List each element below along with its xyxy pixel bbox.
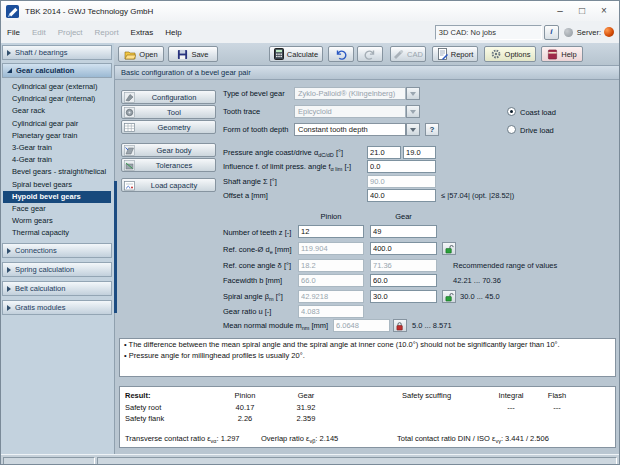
teeth-pinion-input[interactable] [298,225,364,238]
sidebar-item-spiral-bevel-gears[interactable]: Spiral bevel gears [3,179,111,191]
note-line-1: • The difference between the mean spiral… [120,339,615,350]
redo-button [357,46,383,62]
sidebar-item-gear-rack[interactable]: Gear rack [3,105,111,117]
pressure-angle-coast-input[interactable] [367,146,401,159]
ref-cone-angle-label: Ref. cone angle δ [°] [223,261,291,270]
sidebar-item-cylindrical-gear-external[interactable]: Cylindrical gear (external) [3,81,111,93]
integral-header: Integral [490,391,532,400]
help-button[interactable]: Help [541,46,583,62]
pressure-angle-subscript: dC/dD [318,152,334,158]
facewidth-gear-input[interactable] [370,274,437,287]
module-label-text: Mean normal module m [223,321,302,330]
open-lock-icon [445,244,454,254]
open-button[interactable]: Open [118,46,164,62]
ref-cone-angle-gear-input [370,259,437,272]
calculate-button[interactable]: Calculate [269,46,323,62]
pressure-angle-drive-input[interactable] [403,146,436,159]
options-button[interactable]: Options [484,46,536,62]
spiral-angle-unit: [°] [276,292,283,301]
influence-label-text: Influence f. of limit press. angle f [223,162,331,171]
sidebar-section-connections[interactable]: Connections [2,243,112,258]
menu-help[interactable]: Help [159,28,187,37]
undo-button[interactable] [328,46,354,62]
sidebar-item-cylindrical-gear-pair[interactable]: Cylindrical gear pair [3,118,111,130]
sidebar-section-gear-calculation[interactable]: Gear calculation [2,63,112,78]
report-button[interactable]: Report [432,46,478,62]
sidebar-section-gratis-modules[interactable]: Gratis modules [2,300,112,315]
transverse-label-text: Transverse contact ratio ε [125,434,211,443]
ref-cone-angle-pinion-input [298,259,364,272]
module-range-hint: 5.0 ... 8.571 [412,321,452,330]
sidebar-item-planetary-gear-train[interactable]: Planetary gear train [3,130,111,142]
save-button[interactable]: Save [168,46,218,62]
ref-cone-diameter-pinion-input [298,242,364,255]
tooth-depth-help-button[interactable]: ? [425,123,439,136]
sidebar-section-belt-calculation[interactable]: Belt calculation [2,281,112,296]
sidebar-item-4-gear-train[interactable]: 4-Gear train [3,154,111,166]
overlap-value: : 2.145 [315,434,338,443]
safety-root-gear-value: 31.92 [278,403,334,412]
influence-unit: [-] [344,162,351,171]
sidebar-item-thermal-capacity[interactable]: Thermal capacity [3,227,111,239]
sidebar-item-cylindrical-gear-internal[interactable]: Cylindrical gear (internal) [3,93,111,105]
minimize-button[interactable]: – [549,1,571,21]
maximize-button[interactable]: □ [571,1,593,21]
type-of-bevel-gear-value: Zyklo-Palloid® (Klingelnberg) [298,89,395,98]
open-label: Open [139,50,157,59]
tool-button[interactable]: Tool [121,105,216,119]
gear-body-button[interactable]: Gear body [121,143,216,157]
menu-file[interactable]: File [1,28,26,37]
transverse-contact-ratio: Transverse contact ratio εvα: 1.297 [125,434,239,443]
module-lock-button[interactable] [393,319,407,332]
load-capacity-button[interactable]: Load capacity [121,178,216,192]
save-floppy-icon [177,49,188,60]
spiral-angle-pinion-input [298,290,364,303]
app-window: TBK 2014 - GWJ Technology GmbH – □ × Fil… [0,0,620,465]
section-label: Connections [15,246,57,255]
geometry-button[interactable]: Geometry [121,120,216,134]
status-cell-left [3,457,95,465]
spiral-angle-lock-button[interactable] [442,290,456,303]
cad-icon [393,49,404,59]
ref-cone-diameter-label-text: Ref. cone-Ø d [223,245,270,254]
ref-cone-diameter-lock-button[interactable] [442,242,456,255]
sidebar-item-3-gear-train[interactable]: 3-Gear train [3,142,111,154]
close-button[interactable]: × [593,1,615,21]
form-of-tooth-depth-value: Constant tooth depth [298,125,368,134]
influence-limit-pressure-input[interactable] [367,160,436,173]
drive-load-radio[interactable] [507,125,516,134]
info-button[interactable]: i [544,25,559,40]
sidebar-item-bevel-gears-straight-helical[interactable]: Bevel gears - straight/helical [3,166,111,178]
facewidth-label: Facewidth b [mm] [223,276,282,285]
sidebar-item-worm-gears[interactable]: Worm gears [3,215,111,227]
offset-input[interactable] [367,189,436,202]
status-cell-main [97,457,617,465]
teeth-gear-input[interactable] [370,225,437,238]
window-title: TBK 2014 - GWJ Technology GmbH [25,7,153,16]
sidebar-splitter[interactable] [114,181,117,313]
app-icon [6,5,19,18]
sidebar-section-spring-calculation[interactable]: Spring calculation [2,262,112,277]
depth-select-arrow-icon[interactable] [406,123,420,136]
sidebar-item-hypoid-bevel-gears[interactable]: Hypoid bevel gears [3,191,111,203]
coast-load-radio[interactable] [507,107,516,116]
tolerances-button[interactable]: Tolerances [121,158,216,172]
ref-cone-diameter-unit: [mm] [275,245,292,254]
sidebar-item-face-gear[interactable]: Face gear [3,203,111,215]
configuration-button[interactable]: Configuration [121,90,216,104]
cad-label: CAD [407,50,423,59]
ref-cone-diameter-gear-input[interactable] [370,242,437,255]
form-of-tooth-depth-select[interactable]: Constant tooth depth [294,123,406,136]
spiral-angle-gear-input[interactable] [370,290,437,303]
closed-lock-icon [396,321,405,331]
open-lock-icon [445,292,454,302]
tool-label: Tool [135,108,213,117]
menu-extras[interactable]: Extras [125,28,160,37]
open-folder-icon [124,49,136,60]
tolerances-icon [124,160,135,171]
sidebar-section-shaft-bearings[interactable]: Shaft / bearings [2,45,112,60]
flash-header: Flash [538,391,576,400]
type-of-bevel-gear-select: Zyklo-Palloid® (Klingelnberg) [294,87,406,100]
pinion-column-header: Pinion [298,212,364,221]
total-label-text: Total contact ratio DIN / ISO ε [397,434,495,443]
